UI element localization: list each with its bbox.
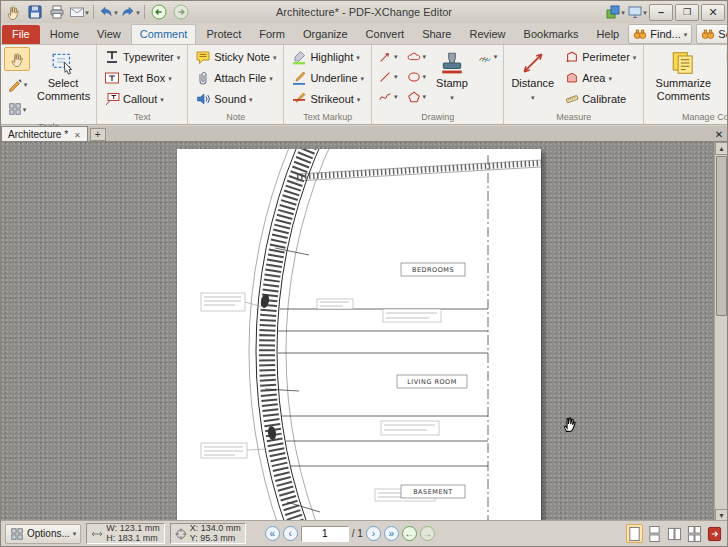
close-document-button[interactable]: [711, 127, 727, 141]
tab-view[interactable]: View: [89, 25, 129, 44]
dropdown-arrow-icon[interactable]: [450, 94, 454, 101]
dropdown-arrow-icon[interactable]: [356, 54, 360, 61]
full-screen-button[interactable]: [706, 524, 723, 543]
new-document-tab-button[interactable]: [90, 128, 106, 141]
tab-form[interactable]: Form: [251, 25, 293, 44]
close-button[interactable]: [701, 4, 725, 21]
vertical-scrollbar[interactable]: [714, 142, 727, 522]
ui-layout-icon[interactable]: [605, 3, 625, 21]
minimize-button[interactable]: [649, 4, 673, 21]
dropdown-arrow-icon[interactable]: [423, 73, 427, 80]
copy-comments-button[interactable]: [722, 47, 728, 67]
continuous-view-button[interactable]: [646, 524, 663, 543]
two-page-continuous-view-button[interactable]: [686, 524, 703, 543]
tab-bookmarks[interactable]: Bookmarks: [516, 25, 587, 44]
tab-review[interactable]: Review: [461, 25, 513, 44]
dropdown-arrow-icon[interactable]: [621, 9, 625, 16]
options-button[interactable]: Options...: [5, 524, 81, 544]
sticky-note-button[interactable]: Sticky Note: [191, 47, 280, 67]
dropdown-arrow-icon[interactable]: [24, 81, 28, 88]
tab-file[interactable]: File: [2, 25, 40, 44]
dropdown-arrow-icon[interactable]: [136, 9, 140, 16]
area-button[interactable]: Area: [561, 68, 640, 88]
tab-protect[interactable]: Protect: [198, 25, 249, 44]
import-comments-button[interactable]: [722, 68, 728, 88]
maximize-button[interactable]: [675, 4, 699, 21]
first-page-button[interactable]: [265, 526, 280, 541]
scroll-up-icon[interactable]: [715, 142, 727, 155]
document-canvas[interactable]: BEDROOMS LIVING ROOM BASEMENT: [1, 142, 727, 522]
stamp-button[interactable]: Stamp: [432, 47, 472, 105]
text-box-button[interactable]: Text Box: [100, 68, 184, 88]
tab-share[interactable]: Share: [414, 25, 459, 44]
underline-button[interactable]: Underline: [287, 68, 368, 88]
typewriter-button[interactable]: Typewriter: [100, 47, 184, 67]
dropdown-arrow-icon[interactable]: [249, 96, 253, 103]
line-shape-button[interactable]: [375, 67, 401, 86]
next-page-button[interactable]: [366, 526, 381, 541]
nav-forward-icon[interactable]: [171, 3, 191, 21]
email-icon[interactable]: [69, 3, 89, 21]
calibrate-button[interactable]: Calibrate: [561, 89, 640, 109]
dropdown-arrow-icon[interactable]: [85, 9, 89, 16]
dropdown-arrow-icon[interactable]: [423, 93, 427, 100]
dropdown-arrow-icon[interactable]: [177, 54, 181, 61]
redo-icon[interactable]: [120, 3, 140, 21]
search-button[interactable]: Search...: [696, 24, 728, 44]
monitor-icon[interactable]: [627, 3, 647, 21]
dropdown-arrow-icon[interactable]: [643, 9, 647, 16]
dropdown-arrow-icon[interactable]: [114, 9, 118, 16]
dropdown-arrow-icon[interactable]: [684, 31, 688, 38]
dropdown-arrow-icon[interactable]: [160, 96, 164, 103]
page-number-input[interactable]: [301, 526, 349, 542]
select-comments-button[interactable]: Select Comments: [33, 47, 93, 105]
dropdown-arrow-icon[interactable]: [269, 75, 273, 82]
dropdown-arrow-icon[interactable]: [168, 75, 172, 82]
previous-page-button[interactable]: [283, 526, 298, 541]
tab-help[interactable]: Help: [589, 25, 628, 44]
last-page-button[interactable]: [384, 526, 399, 541]
tab-convert[interactable]: Convert: [358, 25, 413, 44]
strikeout-button[interactable]: Strikeout: [287, 89, 368, 109]
summarize-comments-button[interactable]: Summarize Comments: [647, 47, 719, 105]
dropdown-arrow-icon[interactable]: [23, 106, 27, 113]
hand-tool-button[interactable]: [4, 47, 30, 71]
document-tab[interactable]: Architecture *: [1, 126, 88, 141]
nav-back-icon[interactable]: [149, 3, 169, 21]
highlight-button[interactable]: Highlight: [287, 47, 368, 67]
tab-home[interactable]: Home: [42, 25, 87, 44]
more-tools-button[interactable]: [4, 97, 30, 121]
stylus-tool-button[interactable]: [4, 72, 30, 96]
tab-comment[interactable]: Comment: [131, 24, 197, 44]
dropdown-arrow-icon[interactable]: [73, 530, 77, 537]
callout-button[interactable]: Callout: [100, 89, 184, 109]
sound-button[interactable]: Sound: [191, 89, 280, 109]
polygon-shape-button[interactable]: [404, 87, 430, 106]
perimeter-button[interactable]: Perimeter: [561, 47, 640, 67]
history-forward-button[interactable]: [420, 526, 435, 541]
dropdown-arrow-icon[interactable]: [361, 75, 365, 82]
dropdown-arrow-icon[interactable]: [423, 53, 427, 60]
dropdown-arrow-icon[interactable]: [633, 54, 637, 61]
dropdown-arrow-icon[interactable]: [608, 75, 612, 82]
dropdown-arrow-icon[interactable]: [494, 53, 498, 60]
scribble-shape-button[interactable]: [375, 87, 401, 106]
attach-file-button[interactable]: Attach File: [191, 68, 280, 88]
cloud-shape-button[interactable]: [404, 47, 430, 66]
save-icon[interactable]: [25, 3, 45, 21]
pdf-page[interactable]: BEDROOMS LIVING ROOM BASEMENT: [177, 149, 541, 522]
pencil-tool-button[interactable]: [475, 47, 501, 66]
arrow-shape-button[interactable]: [375, 47, 401, 66]
scrollbar-thumb[interactable]: [716, 156, 727, 316]
dropdown-arrow-icon[interactable]: [357, 96, 361, 103]
close-document-tab-icon[interactable]: [74, 129, 81, 140]
dropdown-arrow-icon[interactable]: [394, 73, 398, 80]
two-page-view-button[interactable]: [666, 524, 683, 543]
print-icon[interactable]: [47, 3, 67, 21]
dropdown-arrow-icon[interactable]: [394, 93, 398, 100]
single-page-view-button[interactable]: [626, 524, 643, 543]
dropdown-arrow-icon[interactable]: [273, 54, 277, 61]
dropdown-arrow-icon[interactable]: [531, 94, 535, 101]
oval-shape-button[interactable]: [404, 67, 430, 86]
undo-icon[interactable]: [98, 3, 118, 21]
